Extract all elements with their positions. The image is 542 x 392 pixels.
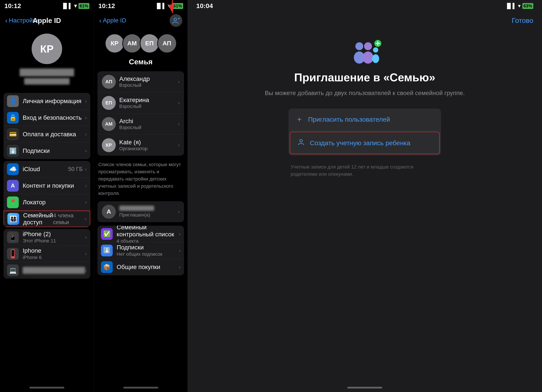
member-role-ep: Взрослый xyxy=(119,103,178,109)
personal-info-label: Личная информация xyxy=(23,98,85,105)
fav-2: АМ xyxy=(122,33,142,53)
wifi-icon-1: ▾ xyxy=(74,3,77,9)
content-icon: A xyxy=(7,180,19,192)
payment-label: Оплата и доставка xyxy=(23,131,85,138)
subscriptions2-row[interactable]: ⬇️ Подписки Нет общих подписок › xyxy=(98,242,184,259)
avatar[interactable]: КР xyxy=(32,33,62,64)
back-label-2: Apple ID xyxy=(103,17,126,24)
invited-section: А invited name Приглашен(а) › xyxy=(98,201,184,222)
checklist-chevron: › xyxy=(179,231,180,237)
avatar-email: email@icloud.com xyxy=(24,78,70,85)
icloud-content: iCloud xyxy=(23,166,68,173)
family-icon: 👨‍👩‍👧‍👦 xyxy=(7,213,19,225)
account-section: 👤 Личная информация › 🔒 Вход и безопасно… xyxy=(4,93,90,159)
status-icons-2: ▐▌▌ ▾ 61% xyxy=(155,3,183,9)
member-name-am: Archi xyxy=(119,118,178,125)
personal-info-chevron: › xyxy=(85,98,87,104)
svg-rect-1 xyxy=(11,250,14,256)
add-person-button[interactable] xyxy=(170,14,182,27)
panel3-header: Готово xyxy=(188,12,542,29)
member-chevron-ap: › xyxy=(178,79,180,85)
family-content: Семейный доступ xyxy=(23,212,53,226)
icloud-row[interactable]: ☁️ iCloud 50 ГБ › xyxy=(4,161,90,177)
member-info-ap: Александр Взрослый xyxy=(119,76,178,88)
subscriptions2-chevron: › xyxy=(179,247,180,254)
services-section: ☁️ iCloud 50 ГБ › A Контент и покупки › … xyxy=(4,161,90,227)
signal-icon-3: ▐▌▌ xyxy=(505,3,516,9)
status-icons-1: ▐▌▌ ▾ 61% xyxy=(61,3,89,9)
plus-icon: + xyxy=(295,115,304,124)
content-label: Контент и покупки xyxy=(23,182,85,189)
locator-label: Локатор xyxy=(23,199,85,206)
iphone2-row[interactable]: 📱 iPhone (2) Этот iPhone 11 › xyxy=(4,229,90,245)
invite-options: + Пригласить пользователей Создать учетн… xyxy=(288,109,441,155)
member-chevron-ep: › xyxy=(178,100,180,106)
member-aleksandr[interactable]: АП Александр Взрослый › xyxy=(98,71,184,93)
macbook-row[interactable]: 💻 MacBook Air — Kate › xyxy=(4,262,90,279)
personal-info-row[interactable]: 👤 Личная информация › xyxy=(4,93,90,109)
subscriptions-row[interactable]: ⬇️ Подписки › xyxy=(4,143,90,159)
home-bar-2 xyxy=(123,387,158,388)
icloud-chevron: › xyxy=(85,166,87,172)
locator-row[interactable]: 📍 Локатор › xyxy=(4,194,90,211)
icloud-icon: ☁️ xyxy=(7,163,19,175)
invite-desc: Вы можете добавить до двух пользователей… xyxy=(265,88,465,98)
locator-icon: 📍 xyxy=(7,196,19,208)
iphone-old-content: Iphone iPhone 6 xyxy=(23,247,85,260)
avatar-initials: КР xyxy=(40,43,54,55)
member-archi[interactable]: АМ Archi Взрослый › xyxy=(98,114,184,135)
shared-content: Общие покупки xyxy=(117,264,179,271)
iphone-old-chevron: › xyxy=(85,251,87,257)
content-chevron: › xyxy=(85,183,87,189)
invited-status: Приглашен(а) xyxy=(119,212,178,218)
invite-users-option[interactable]: + Пригласить пользователей xyxy=(288,109,441,130)
subscriptions2-sublabel: Нет общих подписок xyxy=(117,251,179,257)
invited-row[interactable]: А invited name Приглашен(а) › xyxy=(98,201,184,222)
fav-3: ЕП xyxy=(140,33,159,53)
done-button[interactable]: Готово xyxy=(512,16,533,25)
chevron-back-1: ‹ xyxy=(5,16,8,25)
home-indicator-1 xyxy=(0,383,94,392)
nav-title-1: Apple ID xyxy=(33,16,61,25)
content-content: Контент и покупки xyxy=(23,182,85,189)
home-bar-1 xyxy=(29,387,64,388)
iphone-old-row[interactable]: Iphone iPhone 6 › xyxy=(4,245,90,262)
invited-info: invited name Приглашен(а) xyxy=(119,206,178,218)
panel2-scroll: АП Александр Взрослый › ЕП Екатерина Взр… xyxy=(94,70,188,383)
security-content: Вход и безопасность xyxy=(23,114,85,121)
security-row[interactable]: 🔒 Вход и безопасность › xyxy=(4,109,90,126)
member-name-ap: Александр xyxy=(119,76,178,82)
member-role-ap: Взрослый xyxy=(119,82,178,88)
member-ekaterina[interactable]: ЕП Екатерина Взрослый › xyxy=(98,93,184,114)
time-2: 10:12 xyxy=(98,2,115,10)
member-kate[interactable]: КР Kate (я) Организатор › xyxy=(98,135,184,156)
macbook-chevron: › xyxy=(85,267,87,273)
create-child-label: Создать учетную запись ребенка xyxy=(310,139,410,147)
panel1: 10:12 ▐▌▌ ▾ 61% ‹ Настройки Apple ID КР … xyxy=(0,0,94,392)
family-access-row[interactable]: 👨‍👩‍👧‍👦 Семейный доступ 4 члена семьи › xyxy=(4,211,90,227)
member-role-kr: Организатор xyxy=(119,146,178,152)
time-3: 10:04 xyxy=(196,2,213,10)
svg-point-12 xyxy=(372,54,379,63)
iphone-old-sublabel: iPhone 6 xyxy=(23,255,85,260)
member-name-kr: Kate (я) xyxy=(119,139,178,146)
macbook-content: MacBook Air — Kate xyxy=(23,267,85,274)
iphone2-icon: 📱 xyxy=(7,231,19,243)
payment-row[interactable]: 💳 Оплата и доставка › xyxy=(4,126,90,143)
member-role-am: Взрослый xyxy=(119,125,178,130)
nav-back-2[interactable]: ‹ Apple ID xyxy=(99,16,126,25)
create-child-option[interactable]: Создать учетную запись ребенка xyxy=(290,132,440,154)
shared-label: Общие покупки xyxy=(117,264,179,271)
content-row[interactable]: A Контент и покупки › xyxy=(4,177,90,194)
battery-1: 61% xyxy=(78,3,89,9)
member-avatar-kr: КР xyxy=(102,138,116,152)
payment-icon: 💳 xyxy=(7,128,19,140)
family-label: Семейный доступ xyxy=(23,212,53,226)
member-info-kr: Kate (я) Организатор xyxy=(119,139,178,152)
shared-purchases-row[interactable]: 📦 Общие покупки › xyxy=(98,259,184,275)
family-checklist-row[interactable]: ✅ Семейный контрольный список 4 объекта … xyxy=(98,226,184,242)
battery-3: 63% xyxy=(522,3,533,9)
family-title: Семья xyxy=(94,55,188,70)
status-bar-3: 10:04 ▐▌▌ ▾ 63% xyxy=(188,0,542,12)
invited-chevron: › xyxy=(178,209,180,215)
